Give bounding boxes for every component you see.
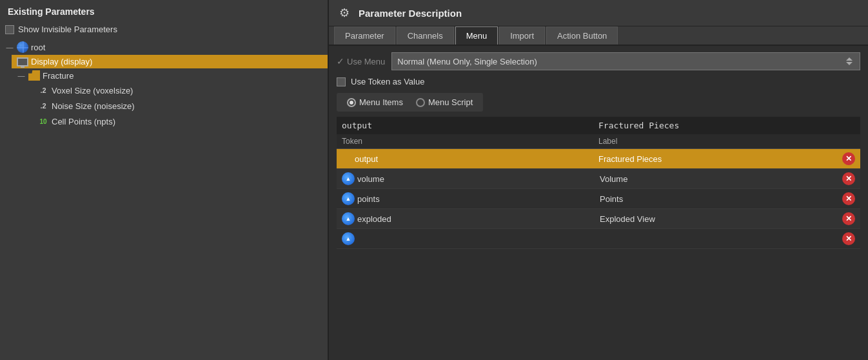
radio-label-menu-items: Menu Items: [359, 97, 403, 107]
delete-button-points[interactable]: ✕: [842, 192, 855, 205]
radio-tabs: Menu Items Menu Script: [337, 93, 483, 112]
row-label-points: Points: [600, 194, 842, 204]
left-panel-title: Existing Parameters: [0, 0, 328, 22]
menu-table-subheader: Token Label: [337, 134, 860, 149]
tree-label-voxelsize: Voxel Size (voxelsize): [52, 86, 133, 95]
menu-table-header: output Fractured Pieces: [337, 117, 860, 134]
use-token-checkbox[interactable]: [337, 77, 346, 86]
arrow-down-icon: [846, 62, 853, 65]
subheader-label: Label: [598, 137, 855, 146]
use-token-row[interactable]: Use Token as Value: [337, 77, 860, 86]
use-menu-label-container: ✓ Use Menu: [337, 56, 385, 66]
right-panel: ⚙ Parameter Description Parameter Channe…: [329, 0, 868, 360]
tree-item-npts[interactable]: 10 Cell Points (npts): [32, 114, 328, 129]
arrow-up-icon: [846, 57, 853, 61]
up-arrow-volume[interactable]: [342, 172, 355, 185]
row-token-exploded: exploded: [357, 214, 600, 224]
row-label-exploded: Exploded View: [600, 214, 842, 224]
tab-channels[interactable]: Channels: [397, 26, 454, 45]
menu-row-output[interactable]: output Fractured Pieces ✕: [337, 149, 860, 169]
float-icon-voxel: .2: [37, 85, 49, 96]
row-token-points: points: [357, 194, 600, 204]
tree-item-root[interactable]: — root: [0, 39, 328, 55]
left-panel: Existing Parameters Show Invisible Param…: [0, 0, 329, 360]
up-arrow-exploded[interactable]: [342, 212, 355, 225]
tree-label-npts: Cell Points (npts): [52, 117, 115, 126]
delete-button-output[interactable]: ✕: [842, 152, 855, 165]
select-arrow: [844, 57, 854, 65]
radio-label-menu-script: Menu Script: [428, 97, 473, 107]
up-arrow-empty[interactable]: [342, 232, 355, 245]
content-area: ✓ Use Menu Normal (Menu Only, Single Sel…: [329, 46, 868, 360]
right-panel-header: ⚙ Parameter Description: [329, 0, 868, 26]
param-desc-title: Parameter Description: [359, 8, 462, 19]
int-icon-npts: 10: [37, 115, 49, 127]
header-label: Fractured Pieces: [598, 121, 855, 130]
float-icon-noise: .2: [37, 100, 49, 112]
globe-icon: [17, 41, 28, 53]
use-token-label: Use Token as Value: [351, 77, 424, 86]
radio-menu-items[interactable]: Menu Items: [342, 95, 408, 109]
subheader-token: Token: [342, 137, 598, 146]
use-menu-label: Use Menu: [347, 57, 385, 66]
radio-circle-menu-items: [347, 98, 356, 107]
up-arrow-points[interactable]: [342, 192, 355, 205]
delete-button-empty[interactable]: ✕: [842, 232, 855, 245]
row-token-output: output: [355, 154, 598, 164]
tree-item-noisesize[interactable]: .2 Noise Size (noisesize): [32, 98, 328, 114]
menu-type-value: Normal (Menu Only, Single Selection): [397, 57, 537, 66]
menu-row-empty[interactable]: ✕: [337, 229, 860, 249]
radio-circle-menu-script: [416, 98, 425, 107]
delete-button-exploded[interactable]: ✕: [842, 212, 855, 225]
tree-label-display: Display (display): [31, 57, 92, 66]
tree-item-voxelsize[interactable]: .2 Voxel Size (voxelsize): [32, 83, 328, 98]
gear-icon[interactable]: ⚙: [337, 5, 352, 21]
header-token: output: [342, 121, 598, 130]
menu-row-points[interactable]: points Points ✕: [337, 189, 860, 209]
tab-import[interactable]: Import: [499, 26, 545, 45]
tree-label-noisesize: Noise Size (noisesize): [52, 101, 135, 111]
row-label-output: Fractured Pieces: [598, 154, 842, 164]
use-menu-row: ✓ Use Menu Normal (Menu Only, Single Sel…: [337, 52, 860, 70]
tabs-bar: Parameter Channels Menu Import Action Bu…: [329, 26, 868, 46]
tree-item-display[interactable]: Display (display): [12, 55, 328, 68]
radio-menu-script[interactable]: Menu Script: [411, 95, 478, 109]
collapse-root-icon[interactable]: —: [5, 43, 14, 52]
collapse-fracture-icon[interactable]: —: [17, 71, 26, 80]
tree-item-fracture[interactable]: — Fracture: [12, 68, 328, 83]
show-invisible-label: Show Invisible Parameters: [18, 25, 117, 34]
row-token-volume: volume: [357, 174, 600, 184]
menu-row-volume[interactable]: volume Volume ✕: [337, 169, 860, 189]
tab-action-button[interactable]: Action Button: [546, 26, 618, 45]
tree-container: — root Display (display) — Fracture .2 V…: [0, 37, 328, 360]
delete-button-volume[interactable]: ✕: [842, 172, 855, 185]
tree-label-root: root: [31, 43, 45, 52]
show-invisible-checkbox[interactable]: [5, 25, 14, 34]
tab-parameter[interactable]: Parameter: [334, 26, 395, 45]
folder-icon: [28, 70, 40, 81]
checkmark-icon: ✓: [337, 56, 344, 66]
display-icon: [17, 57, 28, 66]
row-label-volume: Volume: [600, 174, 842, 184]
show-invisible-row[interactable]: Show Invisible Parameters: [0, 22, 328, 37]
tab-menu[interactable]: Menu: [455, 26, 498, 45]
tree-label-fracture: Fracture: [43, 71, 74, 81]
menu-type-select[interactable]: Normal (Menu Only, Single Selection): [391, 52, 860, 70]
menu-row-exploded[interactable]: exploded Exploded View ✕: [337, 209, 860, 229]
